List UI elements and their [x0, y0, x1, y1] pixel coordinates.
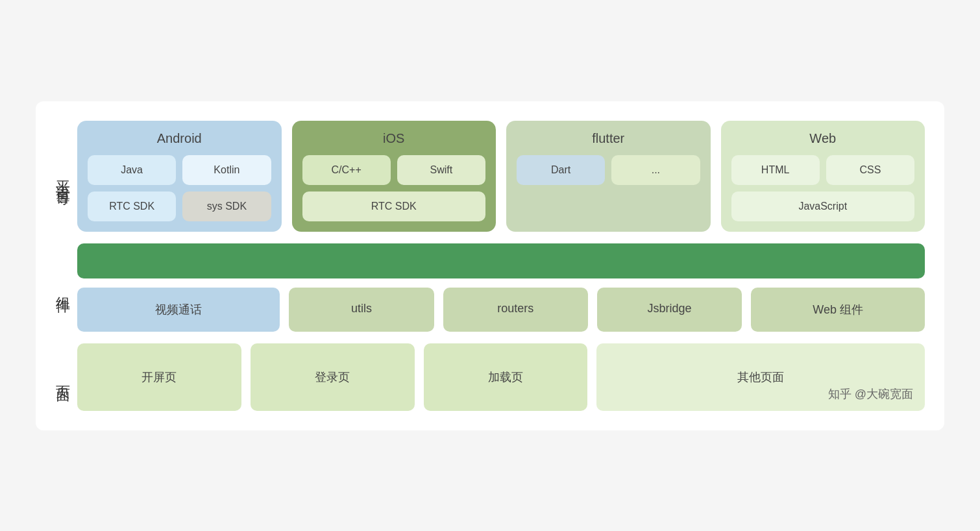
android-kotlin: Kotlin: [182, 155, 271, 185]
component-row: 组件 视频通话 utils routers Jsbridge Web 组件: [49, 243, 925, 332]
platform-content: Android Java Kotlin RTC SDK sys SDK iOS …: [77, 121, 925, 232]
flutter-dart: Dart: [517, 155, 605, 185]
ios-swift: Swift: [397, 155, 485, 185]
android-sdk-grid: RTC SDK sys SDK: [88, 191, 271, 221]
page-content: 开屏页 登录页 加载页 其他页面 知乎 @大碗宽面: [77, 343, 925, 411]
ios-cpp: C/C++: [302, 155, 391, 185]
android-java: Java: [88, 155, 176, 185]
component-video: 视频通话: [77, 288, 280, 332]
page-splash: 开屏页: [77, 343, 241, 411]
watermark: 知乎 @大碗宽面: [828, 386, 913, 402]
web-title: Web: [731, 131, 915, 146]
flutter-title: flutter: [517, 131, 700, 146]
ios-sdk-row: RTC SDK: [302, 191, 486, 221]
component-label: 组件: [49, 243, 77, 332]
platform-ios: iOS C/C++ Swift RTC SDK: [292, 121, 496, 232]
page-label: 页面: [49, 343, 77, 411]
android-lang-grid: Java Kotlin: [88, 155, 271, 185]
android-title: Android: [88, 131, 271, 146]
web-lang-top: HTML CSS: [731, 155, 915, 185]
platform-android: Android Java Kotlin RTC SDK sys SDK: [77, 121, 282, 232]
page-row: 页面 开屏页 登录页 加载页 其他页面 知乎 @大碗宽面: [49, 343, 925, 411]
platform-row: 平台语言等 Android Java Kotlin RTC SDK sys SD…: [49, 121, 925, 232]
platform-grid: Android Java Kotlin RTC SDK sys SDK iOS …: [77, 121, 925, 232]
page-login: 登录页: [251, 343, 415, 411]
platform-label: 平台语言等: [49, 121, 77, 232]
page-other: 其他页面 知乎 @大碗宽面: [596, 343, 925, 411]
component-web: Web 组件: [751, 288, 925, 332]
component-content: 视频通话 utils routers Jsbridge Web 组件: [77, 243, 925, 332]
platform-web: Web HTML CSS JavaScript: [721, 121, 925, 232]
component-grid: 视频通话 utils routers Jsbridge Web 组件: [77, 288, 925, 332]
platform-flutter: flutter Dart ...: [506, 121, 711, 232]
ios-rtc-sdk: RTC SDK: [302, 191, 486, 221]
flutter-lang-grid: Dart ...: [517, 155, 700, 185]
component-jsbridge: Jsbridge: [597, 288, 742, 332]
web-lang-bottom: JavaScript: [731, 191, 915, 221]
android-sys-sdk: sys SDK: [182, 191, 271, 221]
ios-lang-grid: C/C++ Swift: [302, 155, 486, 185]
component-routers: routers: [443, 288, 588, 332]
component-utils: utils: [289, 288, 434, 332]
web-js: JavaScript: [731, 191, 915, 221]
flutter-etc: ...: [611, 155, 700, 185]
green-bar: [77, 243, 925, 278]
page-loading: 加载页: [424, 343, 588, 411]
web-css: CSS: [826, 155, 914, 185]
android-rtc-sdk: RTC SDK: [88, 191, 176, 221]
web-html: HTML: [731, 155, 820, 185]
page-grid: 开屏页 登录页 加载页 其他页面 知乎 @大碗宽面: [77, 343, 925, 411]
diagram-wrapper: 平台语言等 Android Java Kotlin RTC SDK sys SD…: [36, 101, 944, 430]
ios-title: iOS: [302, 131, 486, 146]
